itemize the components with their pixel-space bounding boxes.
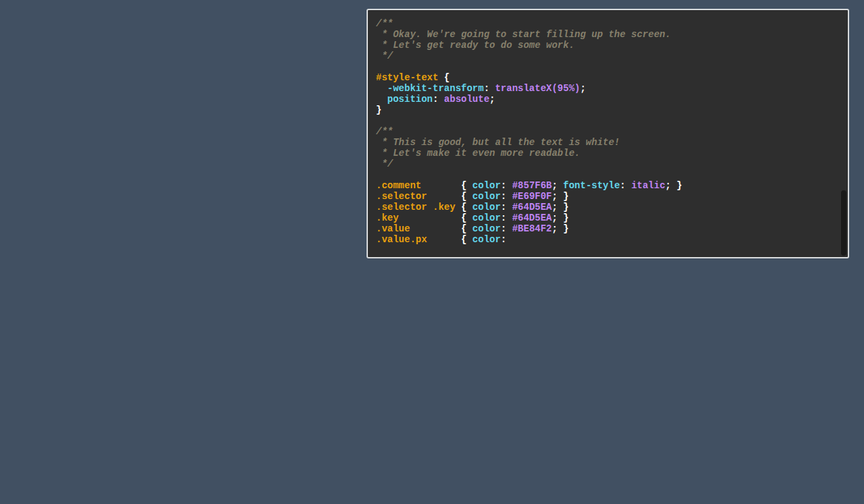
code-line: .value { color: #BE84F2; } — [376, 223, 840, 234]
code-line: * This is good, but all the text is whit… — [376, 137, 840, 148]
token-value: #64D5EA — [512, 202, 552, 213]
code-line: .value.px { color: — [376, 234, 840, 245]
token-comment: /** — [376, 126, 393, 137]
token-comment: * This is good, but all the text is whit… — [376, 137, 620, 148]
token-punct: ; — [580, 83, 585, 94]
token-comment: * Okay. We're going to start filling up … — [376, 29, 671, 40]
token-punct: : — [620, 180, 631, 191]
code-line: */ — [376, 159, 840, 169]
code-line: #style-text { — [376, 72, 840, 83]
token-key: position — [387, 94, 433, 105]
token-key: -webkit-transform — [387, 83, 484, 94]
token-punct: ; } — [666, 180, 682, 191]
code-line: * Let's get ready to do some work. — [376, 40, 840, 51]
code-line: * Okay. We're going to start filling up … — [376, 29, 840, 40]
code-line — [376, 115, 840, 126]
code-editor-panel: /** * Okay. We're going to start filling… — [367, 9, 849, 258]
token-punct: ; } — [551, 213, 568, 223]
vertical-scrollbar-thumb[interactable] — [841, 190, 846, 256]
token-punct: : — [501, 234, 506, 245]
token-key: color — [473, 202, 501, 213]
code-line: .selector .key { color: #64D5EA; } — [376, 202, 840, 213]
token-punct: : — [501, 180, 512, 191]
desktop-background: /** * Okay. We're going to start filling… — [0, 0, 864, 504]
token-punct: { — [427, 234, 473, 245]
code-line: -webkit-transform: translateX(95%); — [376, 83, 840, 94]
token-punct: { — [427, 191, 473, 202]
token-selector: .key — [376, 213, 399, 223]
token-punct: : — [484, 83, 495, 94]
token-value: translateX(95%) — [495, 83, 580, 94]
token-key: font-style — [563, 180, 620, 191]
token-punct: ; } — [551, 191, 568, 202]
code-line — [376, 61, 840, 72]
token-selector: .comment — [376, 180, 421, 191]
token-comment: * Let's make it even more readable. — [376, 148, 580, 159]
token-punct: { — [438, 72, 450, 83]
token-value: italic — [631, 180, 665, 191]
token-value: absolute — [444, 94, 489, 105]
code-line: /** — [376, 126, 840, 137]
token-punct: ; } — [551, 223, 568, 234]
token-punct: { — [399, 213, 473, 223]
token-punct: ; — [551, 180, 563, 191]
code-line: * Let's make it even more readable. — [376, 148, 840, 159]
token-key: color — [473, 180, 501, 191]
code-line: .key { color: #64D5EA; } — [376, 213, 840, 223]
token-punct: ; — [489, 94, 495, 105]
token-punct — [376, 83, 387, 94]
token-punct: : — [501, 202, 512, 213]
code-line — [376, 169, 840, 180]
token-punct: : — [433, 94, 444, 105]
token-punct: ; } — [551, 202, 568, 213]
css-code-block[interactable]: /** * Okay. We're going to start filling… — [368, 10, 848, 257]
token-value: #857F6B — [512, 180, 552, 191]
code-line: .comment { color: #857F6B; font-style: i… — [376, 180, 840, 191]
token-punct: : — [501, 191, 512, 202]
token-comment: */ — [376, 159, 393, 169]
token-comment: */ — [376, 51, 393, 61]
token-value: #E69F0F — [512, 191, 552, 202]
token-key: color — [473, 223, 501, 234]
token-selector: .selector — [376, 191, 427, 202]
token-selector: #style-text — [376, 72, 438, 83]
token-punct: : — [501, 213, 512, 223]
code-line: /** — [376, 18, 840, 29]
token-value: #64D5EA — [512, 213, 552, 223]
token-comment: /** — [376, 18, 393, 29]
token-value: #BE84F2 — [512, 223, 552, 234]
token-key: color — [473, 234, 501, 245]
code-line: } — [376, 105, 840, 115]
token-punct — [376, 94, 387, 105]
code-line: .selector { color: #E69F0F; } — [376, 191, 840, 202]
token-punct: } — [376, 105, 381, 115]
token-punct: { — [421, 180, 473, 191]
token-punct: { — [456, 202, 473, 213]
token-punct: : — [501, 223, 512, 234]
token-selector: .value.px — [376, 234, 427, 245]
code-line: position: absolute; — [376, 94, 840, 105]
token-key: color — [473, 191, 501, 202]
token-selector: .value — [376, 223, 410, 234]
code-line: */ — [376, 51, 840, 61]
token-comment: * Let's get ready to do some work. — [376, 40, 574, 51]
token-key: color — [473, 213, 501, 223]
token-punct: { — [410, 223, 472, 234]
token-selector: .selector .key — [376, 202, 456, 213]
